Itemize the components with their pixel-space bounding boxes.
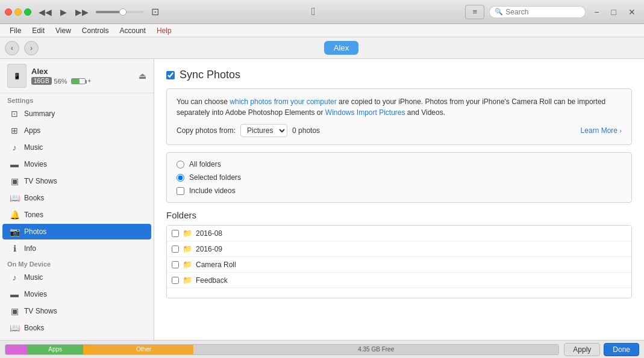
apply-button[interactable]: Apply: [564, 343, 600, 356]
search-box[interactable]: 🔍: [489, 6, 586, 18]
include-videos-checkbox[interactable]: [177, 187, 184, 195]
airplay-button[interactable]: ⊡: [149, 5, 161, 19]
sidebar-item-label: TV Shows: [24, 307, 57, 315]
copy-row: Copy photos from: Pictures 0 photos Lear…: [177, 124, 622, 137]
copy-from-select[interactable]: Pictures: [240, 124, 287, 137]
device-button[interactable]: Alex: [324, 41, 358, 55]
folder-name-3: Feedback: [196, 276, 228, 285]
list-view-button[interactable]: ≡: [465, 5, 484, 19]
folder-icon-3: 📁: [183, 276, 192, 285]
device-name: Alex: [31, 67, 134, 76]
sidebar-item-tvshows[interactable]: ▣ TV Shows: [2, 173, 151, 189]
menu-help[interactable]: Help: [152, 25, 177, 36]
on-my-device-section-label: On My Device: [0, 257, 154, 269]
info-text: You can choose which photos from your co…: [177, 96, 622, 118]
sidebar-item-music[interactable]: ♪ Music: [2, 140, 151, 155]
device-pct: 56%: [54, 78, 67, 85]
sync-photos-checkbox[interactable]: [166, 71, 175, 79]
folder-checkbox-3[interactable]: [172, 277, 179, 284]
menu-account[interactable]: Account: [115, 25, 151, 36]
all-folders-radio[interactable]: [177, 161, 184, 168]
learn-more-arrow-icon: ›: [619, 127, 622, 134]
sidebar-item-info[interactable]: ℹ Info: [2, 241, 151, 256]
sidebar-item-dev-music[interactable]: ♪ Music: [2, 270, 151, 285]
tones-icon: 🔔: [10, 210, 19, 220]
next-button[interactable]: ▶▶: [73, 6, 91, 18]
prev-button[interactable]: ◀◀: [36, 6, 54, 18]
minimize-window-button[interactable]: [14, 8, 22, 16]
dev-movies-icon: ▬: [10, 289, 19, 299]
sidebar-item-tones[interactable]: 🔔 Tones: [2, 207, 151, 223]
battery-fill: [72, 79, 80, 84]
maximize-window-button[interactable]: [24, 8, 31, 16]
copy-from-label: Copy photos from:: [177, 126, 236, 135]
menu-file[interactable]: File: [5, 25, 26, 36]
sidebar-item-dev-movies[interactable]: ▬ Movies: [2, 286, 151, 302]
info-link-2[interactable]: Windows Import Pictures: [325, 108, 405, 117]
sidebar-item-photos[interactable]: 📷 Photos: [2, 224, 151, 239]
folders-box: 📁 2016-08 📁 2016-09 📁 Camera Roll 📁 Fee: [166, 225, 632, 298]
sidebar-item-apps[interactable]: ⊞ Apps: [2, 123, 151, 138]
include-videos-label: Include videos: [189, 187, 236, 195]
close-window-button[interactable]: [5, 8, 12, 16]
win-minimize-button[interactable]: −: [590, 6, 602, 18]
volume-knob[interactable]: [119, 8, 127, 16]
folder-checkbox-0[interactable]: [172, 230, 179, 237]
sidebar-item-dev-tvshows[interactable]: ▣ TV Shows: [2, 303, 151, 319]
sync-header: Sync Photos: [166, 69, 632, 81]
battery-plus-icon: +: [88, 78, 92, 84]
folder-item-1[interactable]: 📁 2016-09: [167, 241, 631, 257]
sidebar-item-movies[interactable]: ▬ Movies: [2, 156, 151, 172]
selected-folders-label: Selected folders: [189, 173, 241, 182]
sidebar-item-label: Info: [24, 244, 36, 253]
info-link-1[interactable]: which photos from your computer: [230, 97, 336, 106]
menu-edit[interactable]: Edit: [27, 25, 49, 36]
folder-checkbox-2[interactable]: [172, 261, 179, 268]
sidebar-item-dev-books[interactable]: 📖 Books: [2, 320, 151, 336]
folder-item-2[interactable]: 📁 Camera Roll: [167, 257, 631, 273]
menu-controls[interactable]: Controls: [77, 25, 114, 36]
sidebar-item-books[interactable]: 📖 Books: [2, 190, 151, 206]
folder-item-0[interactable]: 📁 2016-08: [167, 226, 631, 241]
info-text-part3: and Videos.: [405, 108, 446, 117]
device-info-section: 📱 Alex 16GB 56% + ⏏: [0, 59, 154, 93]
sidebar-item-dev-audiobooks[interactable]: 🎧 Audiobooks: [2, 337, 151, 340]
storage-seg-apps: Apps: [28, 345, 83, 354]
search-input[interactable]: [505, 8, 580, 16]
storage-bar: Apps Other 4.35 GB Free: [5, 344, 559, 355]
folder-icon-0: 📁: [183, 229, 192, 238]
sidebar-item-label: Photos: [24, 227, 46, 236]
apple-logo: : [311, 5, 316, 18]
folders-list[interactable]: 📁 2016-08 📁 2016-09 📁 Camera Roll 📁 Fee: [167, 226, 631, 298]
transport-controls: ◀◀ ▶ ▶▶: [36, 6, 91, 18]
sidebar-item-summary[interactable]: ⊡ Summary: [2, 106, 151, 122]
folder-name-1: 2016-09: [196, 245, 222, 253]
folder-icon-1: 📁: [183, 244, 192, 253]
folder-item-3[interactable]: 📁 Feedback: [167, 273, 631, 288]
photos-icon: 📷: [10, 227, 19, 236]
list-icon: ≡: [473, 7, 478, 16]
play-button[interactable]: ▶: [58, 6, 69, 18]
eject-button[interactable]: ⏏: [139, 71, 146, 81]
battery-bar: [71, 78, 86, 84]
done-button[interactable]: Done: [604, 343, 639, 356]
volume-slider[interactable]: [96, 11, 144, 13]
device-size-badge: 16GB: [31, 77, 52, 85]
win-maximize-button[interactable]: □: [608, 6, 620, 18]
device-icon: 📱: [7, 64, 27, 88]
books-icon: 📖: [10, 193, 19, 203]
learn-more-link[interactable]: Learn More ›: [581, 126, 622, 135]
win-close-button[interactable]: ✕: [625, 6, 639, 18]
sidebar-item-label: Summary: [24, 110, 55, 118]
sync-photos-title: Sync Photos: [180, 69, 240, 81]
sidebar-item-label: Books: [24, 194, 44, 202]
status-bar: Apps Other 4.35 GB Free Apply Done: [0, 340, 644, 358]
storage-seg-divider: [83, 345, 94, 354]
forward-button[interactable]: ›: [24, 41, 39, 55]
folders-title: Folders: [166, 210, 632, 220]
back-button[interactable]: ‹: [5, 41, 19, 55]
folder-checkbox-1[interactable]: [172, 245, 179, 253]
selected-folders-radio[interactable]: [177, 174, 184, 182]
all-folders-label: All folders: [189, 160, 221, 168]
menu-view[interactable]: View: [51, 25, 76, 36]
